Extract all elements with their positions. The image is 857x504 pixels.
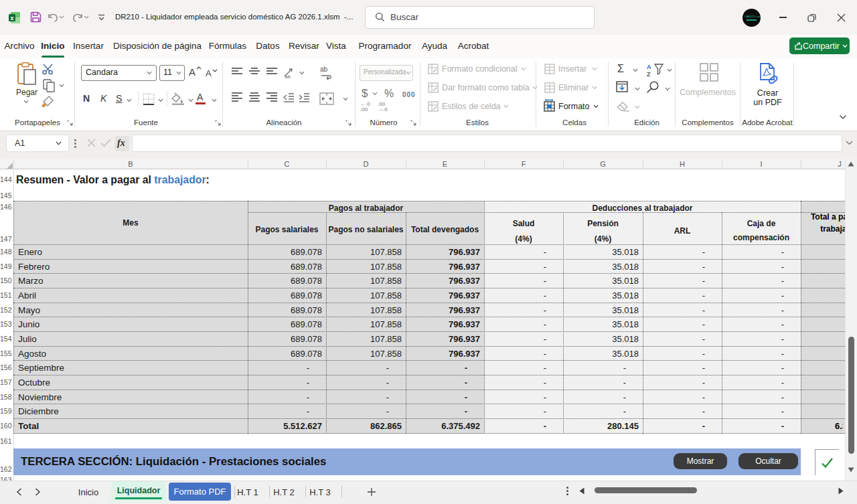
svg-text:x: x	[10, 15, 13, 21]
svg-text:A: A	[647, 64, 651, 70]
svg-text:ab: ab	[285, 74, 291, 79]
svg-text:Z: Z	[647, 71, 651, 78]
svg-text:ab: ab	[320, 66, 328, 73]
